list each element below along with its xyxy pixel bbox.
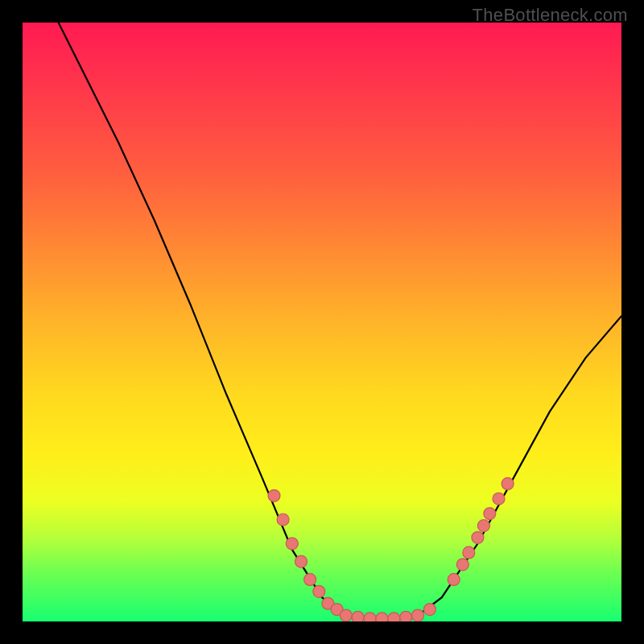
- curve-dot: [304, 573, 316, 585]
- dots-left-group: [268, 489, 343, 615]
- dots-flat-group: [340, 604, 436, 621]
- chart-frame: TheBottleneck.com: [0, 0, 644, 644]
- curve-dot: [352, 611, 364, 621]
- curve-dot: [484, 508, 496, 520]
- bottleneck-curve: [59, 23, 621, 618]
- curve-dot: [493, 493, 505, 505]
- plot-area: [23, 23, 621, 621]
- dots-right-group: [448, 477, 514, 585]
- curve-dot: [313, 585, 325, 597]
- curve-dot: [502, 477, 514, 489]
- curve-dot: [448, 573, 460, 585]
- curve-dot: [456, 559, 469, 571]
- curve-dot: [295, 555, 308, 568]
- curve-dot: [472, 531, 484, 543]
- curve-dot: [477, 520, 489, 532]
- curve-dot: [277, 514, 289, 526]
- curve-dot: [463, 547, 475, 559]
- curve-dot: [364, 613, 376, 621]
- curve-dot: [268, 489, 280, 502]
- curve-dot: [340, 609, 352, 621]
- curve-dot: [388, 613, 400, 621]
- curve-dot: [423, 604, 436, 616]
- curve-dot: [400, 611, 412, 621]
- curve-dot: [286, 538, 298, 550]
- chart-svg: [23, 23, 621, 621]
- curve-dot: [412, 609, 424, 621]
- curve-dot: [376, 613, 388, 621]
